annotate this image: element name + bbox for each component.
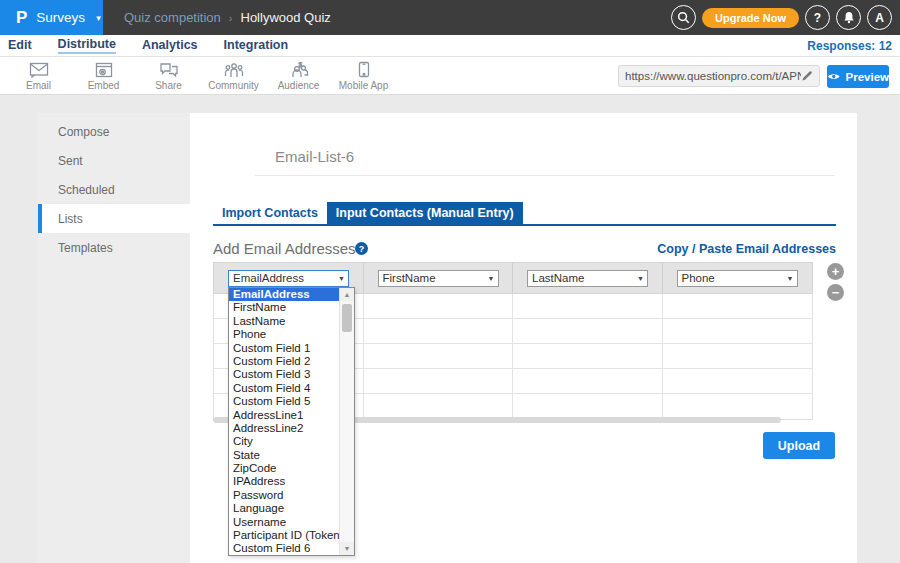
embed-icon [95, 62, 113, 78]
surveys-menu-label: Surveys [36, 10, 85, 25]
dropdown-option[interactable]: Phone [229, 328, 339, 341]
column-mapper-cell: FirstName ▼ [364, 263, 514, 293]
channel-community[interactable]: Community [201, 57, 266, 95]
firstname-cell[interactable] [364, 369, 514, 393]
lastname-cell[interactable] [513, 394, 663, 419]
nav-item-integration[interactable]: Integration [224, 38, 289, 53]
firstname-cell[interactable] [364, 394, 514, 419]
sidebar-item-templates[interactable]: Templates [38, 233, 190, 262]
surveys-menu[interactable]: P Surveys ▾ [0, 0, 103, 35]
dropdown-option[interactable]: Custom Field 6 [229, 542, 339, 555]
dropdown-option[interactable]: AddressLine1 [229, 409, 339, 422]
preview-button[interactable]: Preview [827, 65, 889, 88]
dropdown-option[interactable]: Custom Field 3 [229, 368, 339, 381]
channel-email[interactable]: Email [6, 57, 71, 95]
help-button[interactable]: ? [805, 5, 830, 30]
column-select-first-name[interactable]: FirstName ▼ [378, 270, 499, 287]
phone-cell[interactable] [663, 344, 813, 368]
dropdown-option[interactable]: LastName [229, 315, 339, 328]
search-icon [677, 11, 690, 24]
lastname-cell[interactable] [513, 319, 663, 343]
dropdown-option[interactable]: Custom Field 5 [229, 395, 339, 408]
audience-icon: $ [289, 62, 309, 78]
column-select-phone[interactable]: Phone ▼ [677, 270, 798, 287]
dropdown-option[interactable]: Password [229, 489, 339, 502]
list-title: Email-List-6 [275, 148, 354, 165]
sidebar-item-scheduled[interactable]: Scheduled [38, 175, 190, 204]
dropdown-option[interactable]: Participant ID (Tokens) [229, 529, 339, 542]
scroll-up-icon[interactable]: ▲ [340, 288, 354, 301]
lastname-cell[interactable] [513, 344, 663, 368]
breadcrumb-parent[interactable]: Quiz competition [124, 10, 221, 25]
eye-icon [827, 72, 841, 81]
upgrade-now-button[interactable]: Upgrade Now [702, 8, 799, 28]
mobile-app-icon [358, 61, 370, 78]
dropdown-option[interactable]: Custom Field 4 [229, 382, 339, 395]
firstname-cell[interactable] [364, 319, 514, 343]
firstname-cell[interactable] [364, 344, 514, 368]
channel-embed-label: Embed [88, 80, 120, 91]
scroll-down-icon[interactable]: ▼ [340, 542, 354, 555]
add-row-button[interactable]: + [827, 263, 844, 280]
lastname-cell[interactable] [513, 294, 663, 318]
remove-row-button[interactable]: − [827, 284, 844, 301]
channel-icons: Email Embed Share Community $ Audience M… [6, 57, 396, 95]
topbar-actions: Upgrade Now ? A [671, 0, 892, 35]
dropdown-option[interactable]: Custom Field 2 [229, 355, 339, 368]
sidebar-item-sent[interactable]: Sent [38, 146, 190, 175]
dropdown-option[interactable]: AddressLine2 [229, 422, 339, 435]
dropdown-option[interactable]: Language [229, 502, 339, 515]
account-avatar[interactable]: A [867, 5, 892, 30]
dropdown-option[interactable]: Username [229, 516, 339, 529]
column-select-last-name[interactable]: LastName ▼ [527, 270, 648, 287]
channel-share[interactable]: Share [136, 57, 201, 95]
nav-item-analytics[interactable]: Analytics [142, 38, 198, 53]
nav-item-distribute[interactable]: Distribute [58, 37, 116, 54]
questionpro-logo-icon: P [16, 9, 27, 26]
survey-url-field [618, 65, 820, 87]
responses-count[interactable]: Responses: 12 [807, 39, 892, 53]
channel-mobile-app-label: Mobile App [339, 80, 388, 91]
channel-mobile-app[interactable]: Mobile App [331, 57, 396, 95]
dropdown-option[interactable]: FirstName [229, 301, 339, 314]
copy-paste-emails-link[interactable]: Copy / Paste Email Addresses [657, 242, 836, 256]
channel-share-label: Share [155, 80, 182, 91]
channel-audience[interactable]: $ Audience [266, 57, 331, 95]
selected-option: EmailAddress [233, 272, 304, 284]
edit-url-button[interactable] [801, 70, 813, 82]
dropdown-option[interactable]: Custom Field 1 [229, 342, 339, 355]
lastname-cell[interactable] [513, 369, 663, 393]
phone-cell[interactable] [663, 319, 813, 343]
sidebar-item-lists[interactable]: Lists [38, 204, 190, 233]
phone-cell[interactable] [663, 394, 813, 419]
firstname-cell[interactable] [364, 294, 514, 318]
tab-import-contacts[interactable]: Import Contacts [213, 202, 327, 224]
top-bar: P Surveys ▾ Quiz competition › Hollywood… [0, 0, 900, 35]
dropdown-option[interactable]: State [229, 449, 339, 462]
survey-url-input[interactable] [625, 70, 801, 82]
dropdown-option[interactable]: IPAddress [229, 475, 339, 488]
phone-cell[interactable] [663, 294, 813, 318]
upload-button[interactable]: Upload [763, 432, 835, 459]
sidebar-item-compose[interactable]: Compose [38, 117, 190, 146]
channel-embed[interactable]: Embed [71, 57, 136, 95]
dropdown-option[interactable]: ZipCode [229, 462, 339, 475]
title-divider [255, 175, 835, 176]
breadcrumb-separator: › [229, 12, 233, 24]
nav-item-edit[interactable]: Edit [8, 38, 32, 53]
phone-cell[interactable] [663, 369, 813, 393]
dropdown-option[interactable]: EmailAddress [229, 288, 339, 301]
notifications-button[interactable] [836, 5, 861, 30]
tab-input-contacts-manual[interactable]: Input Contacts (Manual Entry) [327, 202, 523, 224]
dropdown-scrollbar[interactable]: ▲ ▼ [339, 288, 354, 555]
dropdown-option[interactable]: City [229, 435, 339, 448]
add-emails-help-icon[interactable]: ? [355, 242, 368, 255]
email-icon [29, 62, 49, 78]
column-select-email-address[interactable]: EmailAddress ▼ [228, 270, 349, 287]
community-icon [224, 62, 244, 78]
survey-nav: Edit Distribute Analytics Integration Re… [0, 35, 900, 57]
scrollbar-thumb[interactable] [342, 304, 352, 332]
select-arrow-icon: ▼ [488, 275, 495, 282]
search-button[interactable] [671, 5, 696, 30]
email-address-dropdown-list: EmailAddress FirstName LastName Phone Cu… [228, 287, 355, 556]
